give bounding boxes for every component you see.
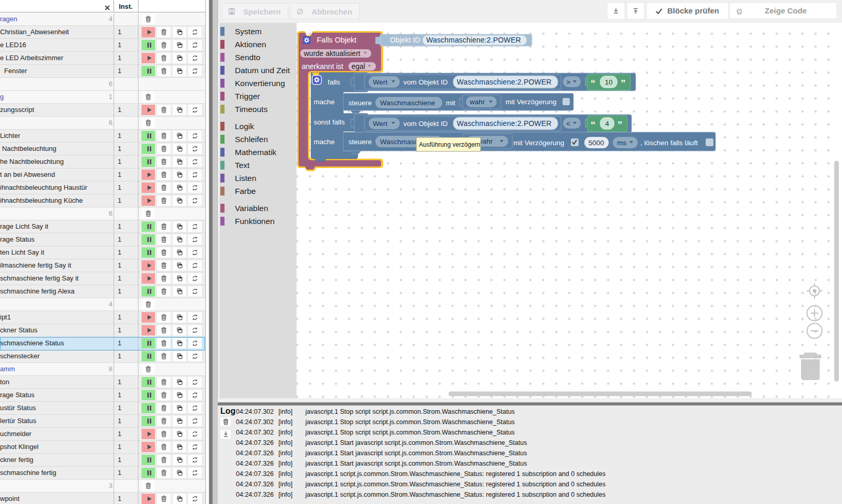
svg-text:mit Verzögerung: mit Verzögerung bbox=[506, 98, 556, 106]
svg-text:mache: mache bbox=[314, 138, 335, 146]
svg-text:egal: egal bbox=[352, 62, 365, 71]
svg-text:ms: ms bbox=[617, 139, 626, 147]
svg-text:wurde aktualisiert: wurde aktualisiert bbox=[303, 49, 360, 58]
svg-text:steuere: steuere bbox=[348, 99, 372, 107]
svg-text:vom Objekt ID: vom Objekt ID bbox=[403, 120, 448, 128]
svg-text:Wert: Wert bbox=[373, 78, 388, 86]
svg-text:Waschmaschiene:2.POWER: Waschmaschiene:2.POWER bbox=[457, 78, 552, 86]
svg-text:Waschmaschiene:2.POWER: Waschmaschiene:2.POWER bbox=[457, 119, 552, 128]
svg-text:, löschen falls läuft: , löschen falls läuft bbox=[640, 139, 698, 147]
svg-text:“: “ bbox=[591, 78, 596, 89]
svg-text:>: > bbox=[566, 78, 570, 86]
svg-text:falls: falls bbox=[328, 78, 340, 86]
svg-text:4: 4 bbox=[605, 120, 609, 128]
svg-text:5000: 5000 bbox=[588, 139, 604, 147]
svg-text:vom Objekt ID: vom Objekt ID bbox=[403, 78, 448, 86]
svg-text:”: ” bbox=[621, 78, 626, 89]
svg-text:mit Verzögerung: mit Verzögerung bbox=[513, 139, 564, 147]
svg-text:steuere: steuere bbox=[348, 138, 372, 146]
svg-text:“: “ bbox=[591, 119, 596, 130]
svg-text:Ausführung verzögern: Ausführung verzögern bbox=[419, 141, 480, 148]
svg-text:wahr: wahr bbox=[469, 98, 485, 106]
svg-text:10: 10 bbox=[605, 78, 612, 86]
svg-text:sonst falls: sonst falls bbox=[314, 118, 345, 126]
svg-text:Waschmaschiene: Waschmaschiene bbox=[380, 99, 435, 107]
svg-text:Objekt ID: Objekt ID bbox=[390, 36, 420, 44]
svg-text:mache: mache bbox=[314, 98, 335, 106]
svg-text:”: ” bbox=[618, 119, 623, 130]
svg-text:Wert: Wert bbox=[373, 120, 388, 128]
svg-text:Waschmaschiene:2.POWER: Waschmaschiene:2.POWER bbox=[426, 36, 521, 44]
svg-text:Falls Objekt: Falls Objekt bbox=[317, 36, 357, 44]
svg-text:<: < bbox=[566, 120, 570, 128]
svg-text:anerkannt ist: anerkannt ist bbox=[302, 62, 343, 71]
svg-text:mit: mit bbox=[446, 99, 455, 107]
